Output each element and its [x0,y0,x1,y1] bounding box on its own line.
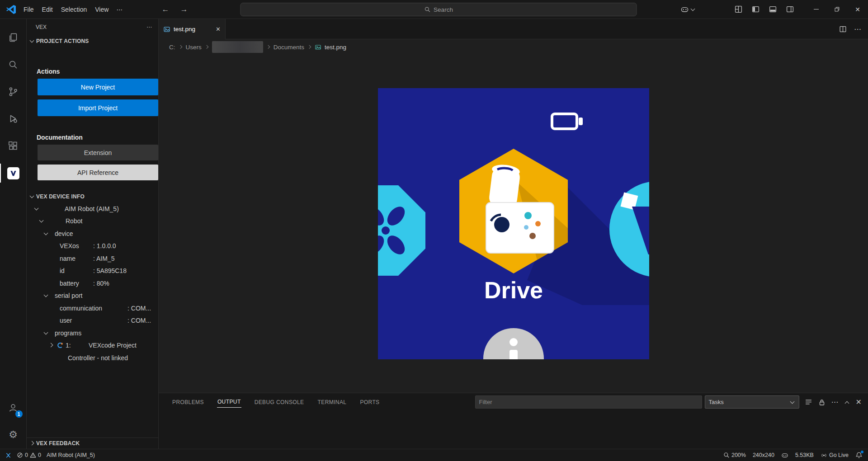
remote-indicator-button[interactable] [5,452,11,459]
api-reference-button[interactable]: API Reference [38,165,158,180]
problems-indicator[interactable]: 0 0 [17,452,41,458]
settings-button[interactable]: ⚙ [0,421,27,448]
toggle-panel-icon[interactable] [769,5,777,13]
breadcrumb-documents[interactable]: Documents [274,44,304,51]
sidebar-item-run-debug[interactable] [0,105,27,132]
minimize-button[interactable] [806,0,826,19]
tab-bar: test.png ✕ ⋯ [159,19,868,39]
section-vex-feedback[interactable]: VEX FEEDBACK [27,437,158,449]
close-window-button[interactable]: ✕ [847,0,868,19]
tree-item-controller[interactable]: Controller - not linked [27,352,158,364]
tree-value: : COM... [127,305,151,312]
menu-edit[interactable]: Edit [38,3,57,16]
sidebar-item-source-control[interactable] [0,78,27,105]
notifications-button[interactable] [855,452,863,459]
lock-icon[interactable] [818,399,826,406]
clear-output-icon[interactable] [805,398,812,406]
vexcode-program-icon [57,342,64,349]
chevron-down-icon [43,293,49,298]
go-live-button[interactable]: Go Live [821,452,849,459]
chevron-up-icon[interactable] [844,400,850,405]
tree-item-name[interactable]: name : AIM_5 [27,252,158,265]
chevron-down-icon [29,194,35,199]
filter-input[interactable] [475,395,702,409]
account-button[interactable]: 1 [0,394,27,421]
breadcrumb-file[interactable]: test.png [325,44,346,51]
section-device-info[interactable]: VEX DEVICE INFO [27,191,158,202]
zoom-indicator[interactable]: 200% [723,452,746,458]
image-preview[interactable]: Drive [378,88,649,359]
menu-view[interactable]: View [91,3,113,16]
section-project-actions[interactable]: PROJECT ACTIONS [27,35,158,47]
tree-key: user [60,317,127,324]
copilot-status-button[interactable] [781,452,788,459]
tree-item-battery[interactable]: battery : 80% [27,277,158,290]
source-control-icon [8,86,19,97]
tree-item-communication[interactable]: communication : COM... [27,302,158,315]
zoom-level: 200% [731,452,746,458]
tree-item-program-1[interactable]: 1: VEXcode Project [27,339,158,352]
breadcrumb-redacted-user[interactable] [212,41,263,53]
split-editor-icon[interactable] [839,25,847,33]
tree-item-id[interactable]: id : 5A895C18 [27,265,158,278]
notification-dot [861,451,863,453]
tab-test-png[interactable]: test.png ✕ [159,19,226,39]
panel-more-actions-icon[interactable]: ⋯ [831,398,839,406]
tab-debug-console[interactable]: DEBUG CONSOLE [254,397,305,408]
tree-label: AIM Robot (AIM_5) [65,205,119,212]
sidebar-item-vex[interactable] [0,160,27,187]
forward-arrow-icon[interactable]: → [180,5,188,14]
tree-item-programs[interactable]: programs [27,327,158,339]
back-arrow-icon[interactable]: ← [161,5,169,14]
import-project-button[interactable]: Import Project [38,99,158,116]
menu-selection[interactable]: Selection [57,3,91,16]
tree-label: programs [55,329,81,337]
restore-button[interactable] [826,0,847,19]
extension-docs-button[interactable]: Extension [38,145,158,160]
menu-overflow-icon[interactable]: ⋯ [113,3,126,16]
extensions-icon [8,141,19,151]
tab-ports[interactable]: PORTS [359,397,380,408]
tree-item-vexos[interactable]: VEXos : 1.0.0.0 [27,240,158,253]
tree-label: Robot [66,217,82,225]
sidebar-more-icon[interactable]: ⋯ [146,24,152,30]
error-icon [17,452,23,458]
image-dimensions: 240x240 [753,452,774,458]
image-file-icon [163,26,170,33]
tab-label: test.png [174,26,212,33]
status-device[interactable]: AIM Robot (AIM_5) [47,452,95,458]
breadcrumb-users[interactable]: Users [186,44,202,51]
tree-value: : AIM_5 [93,255,114,262]
new-project-button[interactable]: New Project [38,79,158,95]
tree-item-robot[interactable]: Robot [27,215,158,228]
menu-file[interactable]: File [19,3,38,16]
copilot-button[interactable] [680,5,696,14]
status-bar: 0 0 AIM Robot (AIM_5) 200% 240x240 [0,449,868,461]
tree-item-device[interactable]: device [27,227,158,240]
output-channel-select[interactable]: Tasks [705,395,799,409]
tab-terminal[interactable]: TERMINAL [317,397,347,408]
close-tab-icon[interactable]: ✕ [216,26,221,33]
editor-area: test.png ✕ ⋯ C: Users Document [159,19,868,449]
tab-problems[interactable]: PROBLEMS [172,397,204,408]
toggle-secondary-sidebar-icon[interactable] [786,5,794,13]
sidebar-item-search[interactable] [0,51,27,78]
chevron-down-icon [690,7,696,12]
broadcast-icon [821,452,827,459]
tree-item-robot-root[interactable]: AIM Robot (AIM_5) [27,202,158,215]
tab-output[interactable]: OUTPUT [217,396,241,408]
tree-item-user-port[interactable]: user : COM... [27,315,158,327]
breadcrumb-drive[interactable]: C: [169,44,175,51]
editor-more-actions-icon[interactable]: ⋯ [854,25,861,33]
tree-item-serial-port[interactable]: serial port [27,290,158,302]
tree-value: : 1.0.0.0 [93,242,116,249]
sidebar-item-extensions[interactable] [0,132,27,160]
error-count: 0 [25,452,28,458]
toggle-primary-sidebar-icon[interactable] [752,5,760,13]
search-box[interactable]: Search [241,3,637,16]
close-panel-icon[interactable]: ✕ [856,398,862,406]
search-placeholder: Search [434,6,453,13]
sidebar-item-explorer[interactable] [0,24,27,51]
tree-key: VEXos [60,242,93,249]
customize-layout-icon[interactable] [735,5,742,13]
